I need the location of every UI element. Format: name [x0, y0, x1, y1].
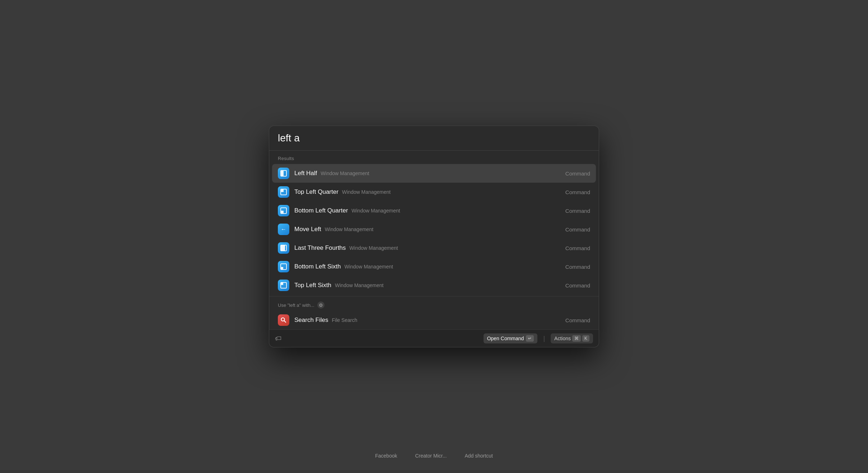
result-category: File Search	[332, 317, 357, 323]
actions-button[interactable]: Actions ⌘ K	[551, 333, 593, 343]
svg-line-7	[284, 321, 286, 322]
svg-rect-5	[281, 282, 283, 285]
result-title: Search Files	[294, 317, 328, 324]
list-item[interactable]: Top Left Sixth Window Management Command	[269, 276, 599, 295]
result-category: Window Management	[321, 170, 369, 176]
list-item[interactable]: Left Half Window Management Command	[272, 164, 596, 183]
open-command-label: Open Command	[487, 336, 524, 341]
result-shortcut: Command	[565, 208, 590, 214]
result-category: Window Management	[351, 208, 400, 214]
gear-button[interactable]: ⚙	[317, 301, 325, 309]
cmd-key-badge: ⌘	[572, 335, 581, 342]
svg-rect-3	[281, 267, 283, 270]
spotlight-window: left a Results Left Half Window Manageme…	[269, 126, 599, 347]
result-title: Bottom Left Quarter	[294, 207, 348, 214]
list-item[interactable]: Search Files File Search Command	[269, 311, 599, 329]
app-icon-last-three-fourths	[278, 242, 289, 254]
list-item[interactable]: ← Move Left Window Management Command	[269, 220, 599, 239]
result-title: Top Left Quarter	[294, 188, 339, 196]
actions-label: Actions	[554, 336, 571, 341]
result-title: Last Three Fourths	[294, 244, 346, 252]
app-icon-top-left-sixth	[278, 280, 289, 291]
results-label: Results	[269, 151, 599, 164]
footer-bar: 🏷 Open Command ↵ | Actions ⌘ K	[269, 329, 599, 347]
result-category: Window Management	[335, 282, 383, 288]
list-item[interactable]: Top Left Quarter Window Management Comma…	[269, 183, 599, 201]
result-title: Bottom Left Sixth	[294, 263, 341, 270]
divider	[269, 296, 599, 296]
result-shortcut: Command	[565, 226, 590, 233]
result-shortcut: Command	[565, 282, 590, 289]
result-shortcut: Command	[565, 245, 590, 251]
svg-rect-1	[281, 245, 285, 251]
results-section: Results Left Half Window Management Comm…	[269, 151, 599, 329]
list-item[interactable]: Last Three Fourths Window Management Com…	[269, 239, 599, 257]
separator: |	[543, 335, 545, 342]
list-item[interactable]: Bottom Left Sixth Window Management Comm…	[269, 257, 599, 276]
result-category: Window Management	[342, 189, 391, 195]
app-icon-move-left: ←	[278, 224, 289, 235]
result-shortcut: Command	[565, 317, 590, 323]
result-shortcut: Command	[565, 264, 590, 270]
dock-item-add-shortcut[interactable]: Add shortcut	[465, 453, 493, 459]
app-icon-bottom-left-sixth	[278, 261, 289, 272]
dock-item-facebook[interactable]: Facebook	[375, 453, 397, 459]
use-with-text: Use "left a" with...	[278, 303, 314, 308]
result-shortcut: Command	[565, 170, 590, 177]
open-command-button[interactable]: Open Command ↵	[484, 333, 538, 343]
search-input[interactable]: left a	[278, 132, 590, 144]
k-key-badge: K	[582, 335, 589, 342]
svg-point-6	[281, 318, 285, 321]
tag-icon: 🏷	[275, 335, 281, 342]
use-with-section: Use "left a" with... ⚙	[269, 298, 599, 311]
app-icon-left-half	[278, 168, 289, 179]
search-bar: left a	[269, 126, 599, 151]
result-shortcut: Command	[565, 189, 590, 195]
result-title: Move Left	[294, 226, 321, 233]
result-title: Left Half	[294, 170, 317, 177]
list-item[interactable]: Bottom Left Quarter Window Management Co…	[269, 201, 599, 220]
app-icon-bottom-left-quarter	[278, 205, 289, 216]
result-category: Window Management	[325, 226, 373, 232]
app-icon-top-left-quarter	[278, 186, 289, 198]
app-icon-search-files	[278, 314, 289, 326]
dock-item-creator[interactable]: Creator Micr...	[415, 453, 447, 459]
enter-key-badge: ↵	[526, 335, 534, 342]
result-title: Top Left Sixth	[294, 282, 331, 289]
result-category: Window Management	[344, 264, 393, 270]
result-category: Window Management	[349, 245, 398, 251]
dock-bar: Facebook Creator Micr... Add shortcut	[375, 453, 493, 459]
